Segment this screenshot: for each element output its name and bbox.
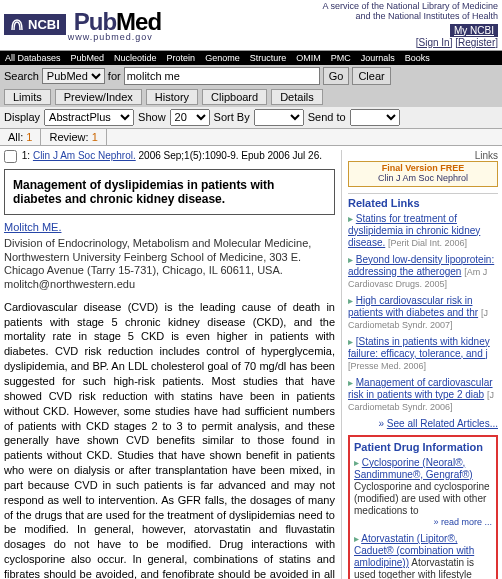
clear-button[interactable]: Clear (352, 67, 390, 85)
drug-item[interactable]: ▸ Cyclosporine (Neoral®, Sandimmune®, Ge… (354, 457, 492, 528)
subtab-review[interactable]: Review: 1 (41, 129, 106, 145)
select-checkbox[interactable] (4, 150, 17, 163)
nav-journals[interactable]: Journals (356, 51, 400, 65)
author-link[interactable]: Molitch ME. (4, 221, 61, 233)
tab-details[interactable]: Details (271, 89, 323, 105)
nav-omim[interactable]: OMIM (291, 51, 326, 65)
related-item[interactable]: ▸ Beyond low-density lipoprotein: addres… (348, 254, 498, 290)
service-text: A service of the National Library of Med… (322, 2, 498, 22)
drug-item[interactable]: ▸ Atorvastatin (Lipitor®, Caduet® (combi… (354, 533, 492, 579)
related-item[interactable]: ▸ Management of cardiovascular risk in p… (348, 377, 498, 413)
pubmed-logo[interactable]: PubMed www.pubmed.gov (66, 8, 161, 42)
pubmed-url: www.pubmed.gov (68, 32, 161, 42)
journal-link[interactable]: Clin J Am Soc Nephrol. (33, 150, 136, 161)
tab-preview-index[interactable]: Preview/Index (55, 89, 142, 105)
tab-bar: LimitsPreview/IndexHistoryClipboardDetai… (0, 87, 502, 107)
for-label: for (108, 70, 121, 82)
related-item[interactable]: ▸ High cardiovascular risk in patients w… (348, 295, 498, 331)
search-bar: Search PubMed for Go Clear (0, 65, 502, 87)
signin-link[interactable]: [Sign In] (416, 37, 453, 48)
nav-nucleotide[interactable]: Nucleotide (109, 51, 162, 65)
send-select[interactable] (350, 109, 400, 126)
display-bar: Display AbstractPlus Show 20 Sort By Sen… (0, 107, 502, 129)
search-input[interactable] (124, 67, 320, 85)
navbar: All DatabasesPubMedNucleotideProteinGeno… (0, 51, 502, 65)
nav-books[interactable]: Books (400, 51, 435, 65)
display-label: Display (4, 111, 40, 123)
register-link[interactable]: [Register] (455, 37, 498, 48)
article-title: Management of dyslipidemias in patients … (4, 169, 335, 215)
sort-select[interactable] (254, 109, 304, 126)
ncbi-logo[interactable]: NCBI (4, 14, 66, 35)
show-select[interactable]: 20 (170, 109, 210, 126)
nav-structure[interactable]: Structure (245, 51, 292, 65)
drug-header: Patient Drug Information (354, 441, 492, 453)
show-label: Show (138, 111, 166, 123)
tab-history[interactable]: History (146, 89, 198, 105)
sort-label: Sort By (214, 111, 250, 123)
tab-limits[interactable]: Limits (4, 89, 51, 105)
related-item[interactable]: ▸ [Statins in patients with kidney failu… (348, 336, 498, 372)
subtabs: All: 1 Review: 1 (0, 129, 502, 146)
abstract-text: Cardiovascular disease (CVD) is the lead… (4, 300, 335, 579)
citation-line: 1: Clin J Am Soc Nephrol. 2006 Sep;1(5):… (4, 150, 335, 163)
nav-all-databases[interactable]: All Databases (0, 51, 66, 65)
see-all-related[interactable]: See all Related Articles... (387, 418, 498, 429)
send-label: Send to (308, 111, 346, 123)
related-header: Related Links (348, 193, 498, 209)
nav-pubmed[interactable]: PubMed (66, 51, 110, 65)
sidebar: Links Final Version FREE Clin J Am Soc N… (341, 150, 498, 579)
links-label: Links (348, 150, 498, 161)
search-label: Search (4, 70, 39, 82)
tab-clipboard[interactable]: Clipboard (202, 89, 267, 105)
ncbi-text: NCBI (28, 17, 60, 32)
my-ncbi-link[interactable]: My NCBI (454, 25, 494, 36)
subtab-all[interactable]: All: 1 (0, 129, 41, 145)
drug-info-box: Patient Drug Information ▸ Cyclosporine … (348, 435, 498, 579)
nav-protein[interactable]: Protein (162, 51, 201, 65)
related-item[interactable]: ▸ Statins for treatment of dyslipidemia … (348, 213, 498, 249)
main-content: 1: Clin J Am Soc Nephrol. 2006 Sep;1(5):… (4, 150, 341, 579)
nav-genome[interactable]: Genome (200, 51, 245, 65)
free-badge[interactable]: Final Version FREE Clin J Am Soc Nephrol (348, 161, 498, 187)
db-select[interactable]: PubMed (42, 68, 105, 84)
affiliation: Division of Endocrinology, Metabolism an… (4, 237, 335, 292)
format-select[interactable]: AbstractPlus (44, 109, 134, 126)
go-button[interactable]: Go (323, 67, 350, 85)
nav-pmc[interactable]: PMC (326, 51, 356, 65)
